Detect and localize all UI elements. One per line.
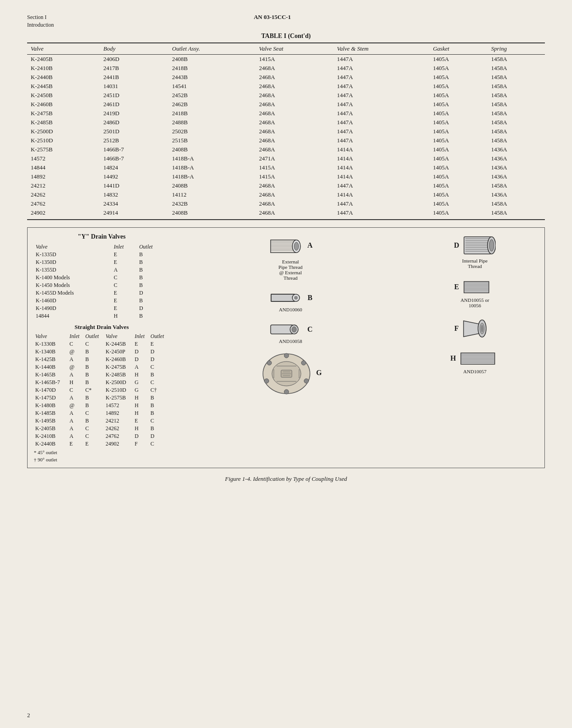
table-row: K-2485B2486D2488B2468A1447A1405A1458A	[27, 118, 545, 127]
svg-point-57	[481, 325, 483, 332]
table-row: K-2500D2501D2502B2468A1447A1405A1458A	[27, 127, 545, 136]
svg-point-14	[294, 296, 298, 300]
straight-drain-row: K-1475DABK-2575BHB	[34, 394, 169, 402]
svg-rect-11	[271, 294, 295, 301]
straight-drain-row: K-1485BAC14892HB	[34, 409, 169, 417]
coupling-H-svg	[459, 348, 499, 369]
left-column: "Y" Drain Valves Valve Inlet Outlet K-13…	[34, 233, 169, 462]
svg-point-24	[284, 353, 289, 358]
coupling-D-svg	[462, 233, 496, 258]
straight-drain-title: Straight Drain Valves	[34, 324, 169, 331]
and10057-label: AND10057	[463, 369, 486, 374]
table-row: K-2440B2441B2443B2468A1447A1405A1458A	[27, 73, 545, 82]
coupling-F-label: F	[455, 324, 459, 333]
coupling-G-item: G	[259, 350, 322, 395]
straight-drain-row: K-2405BAC24262HB	[34, 425, 169, 432]
and10058-label: AND10058	[279, 338, 302, 344]
table-row: K-2575B1466B-72408B2468A1414A1405A1436A	[27, 145, 545, 154]
y-col-valve: Valve	[34, 243, 112, 251]
coupling-E-item: E AND10055 or10056	[454, 277, 496, 308]
coupling-A-item: A ExternalPipe Thread@ ExternalThread	[268, 233, 313, 281]
coupling-C-svg	[268, 320, 305, 338]
coupling-G-label: G	[316, 369, 322, 377]
y-drain-row: K-1455D ModelsED	[34, 289, 169, 297]
straight-drain-row: K-1465B-7HBK-2500DGC	[34, 379, 169, 386]
external-thread-label: ExternalPipe Thread@ ExternalThread	[278, 259, 302, 281]
col-outlet-assy: Outlet Assy.	[169, 43, 255, 55]
table-row: K-2450B2451D2452B2468A1447A1405A1458A	[27, 91, 545, 100]
table-row: K-2445B14031145412468A1447A1405A1458A	[27, 82, 545, 91]
svg-point-25	[284, 390, 289, 394]
y-drain-row: K-1450 ModelsCB	[34, 282, 169, 289]
straight-drain-row: K-2440BEE24902FC	[34, 440, 169, 448]
y-drain-row: K-1350DEB	[34, 258, 169, 266]
footnote-2: † 90° outlet	[34, 457, 169, 462]
svg-point-10	[294, 242, 299, 250]
col-valve: Valve	[27, 43, 100, 55]
straight-drain-row: K-2410BAC24762DD	[34, 432, 169, 440]
table-row: 2426214832141122468A1414A1405A1436A	[27, 190, 545, 199]
table-row: 145721466B-71418B-A2471A1414A1405A1436A	[27, 154, 545, 163]
y-drain-row: K-1460DEB	[34, 297, 169, 305]
y-col-inlet: Inlet	[112, 243, 137, 251]
straight-drain-table: Valve Inlet Outlet Valve Inlet Outlet K-…	[34, 333, 169, 448]
svg-point-44	[489, 240, 494, 251]
figure-caption: Figure 1-4. Identification by Type of Co…	[27, 475, 545, 483]
coupling-B-svg	[269, 289, 305, 307]
coupling-F-svg	[461, 316, 495, 341]
col-valve-stem: Valve & Stem	[333, 43, 430, 55]
table-title: TABLE I (Cont'd)	[27, 33, 545, 40]
table-row: 24902249142408B2468A1447A1405A1458A	[27, 208, 545, 220]
and10060-label: AND10060	[279, 307, 302, 312]
y-col-outlet: Outlet	[137, 243, 169, 251]
straight-drain-row: K-1440B@BK-2475BAC	[34, 363, 169, 371]
coupling-B-label: B	[308, 294, 313, 302]
straight-drain-row: K-1340B@BK-2450PDD	[34, 348, 169, 356]
internal-pipe-thread-label: Internal PipeThread	[462, 258, 488, 269]
coupling-H-item: H AND10057	[450, 348, 499, 374]
section-header: Section I Introduction	[27, 14, 54, 29]
straight-drain-row: K-1465BABK-2485BHB	[34, 371, 169, 379]
table-row: K-2510D2512B2515B2468A1447A1405A1458A	[27, 136, 545, 145]
y-drain-table: Valve Inlet Outlet K-1335DEBK-1350DEBK-1…	[34, 243, 169, 320]
section-label: Section I	[27, 14, 54, 21]
y-drain-title: "Y" Drain Valves	[34, 233, 169, 240]
straight-drain-row: K-1480B@B14572HB	[34, 402, 169, 409]
y-drain-row: K-1355DAB	[34, 266, 169, 274]
coupling-C-label: C	[307, 325, 313, 333]
col-gasket: Gasket	[429, 43, 488, 55]
straight-drain-row: K-1425BABK-2460BDD	[34, 356, 169, 363]
svg-point-22	[264, 379, 269, 383]
coupling-D-item: D	[454, 233, 496, 269]
straight-drain-row: K-1495BAB24212EC	[34, 417, 169, 425]
page-number: 2	[27, 712, 30, 719]
coupling-A-label: A	[307, 241, 313, 249]
middle-column: A ExternalPipe Thread@ ExternalThread B	[174, 233, 407, 462]
and10055-label: AND10055 or10056	[460, 297, 489, 308]
coupling-G-svg	[259, 350, 314, 395]
subsection-label: Introduction	[27, 21, 54, 29]
y-drain-row: 14844HB	[34, 312, 169, 320]
svg-point-20	[267, 361, 272, 365]
doc-number: AN 03-15CC-1	[54, 14, 491, 29]
coupling-E-label: E	[454, 283, 459, 291]
table-row: K-2475B2419D2418B2468A1447A1405A1458A	[27, 109, 545, 118]
table-row: K-2405B2406D2408B1415A1447A1405A1458A	[27, 54, 545, 64]
main-table: Valve Body Outlet Assy. Valve Seat Valve…	[27, 42, 545, 220]
col-valve-seat: Valve Seat	[255, 43, 333, 55]
svg-point-17	[292, 327, 296, 332]
table-row: K-2410B2417B2418B2468A1447A1405A1458A	[27, 64, 545, 73]
coupling-F-item: F	[455, 316, 496, 341]
table-row: 14844148241418B-A1415A1414A1405A1436A	[27, 163, 545, 172]
y-drain-row: K-1490DED	[34, 305, 169, 312]
table-row: 242121441D2408B2468A1447A1405A1458A	[27, 181, 545, 190]
col-body: Body	[100, 43, 169, 55]
straight-drain-row: K-1470DCC*K-2510DGC†	[34, 386, 169, 394]
svg-point-21	[301, 361, 306, 365]
col-spring: Spring	[488, 43, 545, 55]
table-row: 14892144921418B-A1415A1414A1405A1436A	[27, 172, 545, 181]
coupling-B-item: B AND10060	[269, 289, 313, 312]
coupling-D-label: D	[454, 241, 459, 249]
svg-point-23	[304, 379, 309, 383]
lower-section: "Y" Drain Valves Valve Inlet Outlet K-13…	[27, 227, 545, 468]
